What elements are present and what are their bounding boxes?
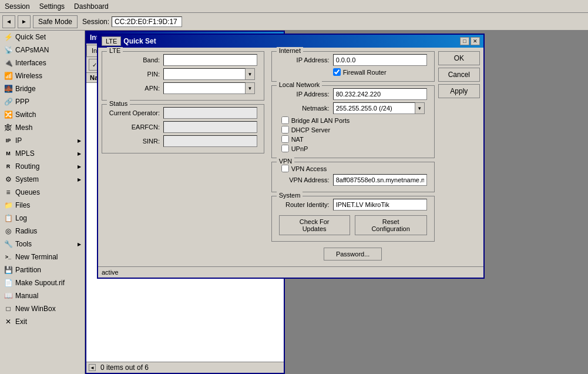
- log-icon: [4, 213, 13, 223]
- sidebar-item-label: Interfaces: [15, 59, 46, 67]
- band-label: Band:: [107, 56, 160, 64]
- menu-settings[interactable]: Settings: [35, 1, 69, 12]
- pin-row: PIN: ▼: [107, 68, 259, 80]
- dialog-resize-button[interactable]: □: [460, 37, 469, 45]
- scroll-left-button[interactable]: ◄: [89, 364, 96, 371]
- dhcp-server-label: DHCP Server: [291, 126, 330, 133]
- sidebar-item-label: Radius: [15, 227, 37, 235]
- sidebar-item-label: Mesh: [15, 123, 32, 132]
- menu-session[interactable]: Session: [0, 1, 35, 12]
- dhcp-server-checkbox[interactable]: [281, 126, 289, 133]
- sidebar-item-bridge[interactable]: Bridge: [0, 82, 85, 95]
- interfaces-icon: [4, 58, 13, 68]
- session-value: CC:2D:E0:F1:9D:17: [112, 16, 182, 27]
- new-terminal-icon: [4, 252, 13, 262]
- exit-icon: [4, 317, 13, 326]
- sidebar-item-capsman[interactable]: CAPsMAN: [0, 44, 85, 56]
- current-operator-input: [163, 107, 257, 119]
- sidebar-item-switch[interactable]: Switch: [0, 108, 85, 121]
- vpn-section-title: VPN: [277, 158, 295, 165]
- local-ip-input[interactable]: [333, 88, 427, 100]
- sidebar-item-mpls[interactable]: MPLS ▶: [0, 147, 85, 160]
- back-button[interactable]: ◄: [2, 15, 15, 28]
- sidebar-item-partition[interactable]: Partition: [0, 263, 85, 276]
- apn-label: APN:: [107, 85, 160, 92]
- current-operator-row: Current Operator:: [107, 107, 259, 119]
- local-network-section-title: Local Network: [277, 81, 322, 88]
- password-button[interactable]: Password...: [324, 248, 382, 261]
- sidebar-item-label: Switch: [15, 111, 36, 119]
- sidebar-item-queues[interactable]: Queues: [0, 186, 85, 199]
- cancel-button[interactable]: Cancel: [438, 68, 480, 82]
- vpn-access-checkbox[interactable]: [281, 165, 289, 172]
- sidebar-item-label: IP: [15, 136, 22, 145]
- sidebar-item-tools[interactable]: Tools ▶: [0, 238, 85, 251]
- arrow-icon: ▶: [78, 242, 81, 247]
- dialog-left-panel: LTE Band: PIN: ▼: [98, 48, 268, 266]
- arrow-icon: ▶: [78, 151, 81, 156]
- pin-dropdown-arrow[interactable]: ▼: [246, 68, 255, 80]
- nat-checkbox[interactable]: [281, 135, 289, 143]
- sidebar-item-exit[interactable]: Exit: [0, 315, 85, 328]
- band-input[interactable]: [163, 54, 257, 66]
- netmask-input[interactable]: [333, 102, 415, 114]
- apn-dropdown-arrow[interactable]: ▼: [246, 82, 255, 94]
- firewall-router-label: Firewall Router: [343, 69, 387, 76]
- quickset-title: Quick Set: [123, 37, 156, 45]
- safemode-button[interactable]: Safe Mode: [33, 15, 78, 28]
- internet-section-title: Internet: [277, 47, 303, 54]
- sidebar-item-quick-set[interactable]: Quick Set: [0, 31, 85, 44]
- netmask-dropdown-arrow[interactable]: ▼: [415, 102, 425, 114]
- netmask-row: Netmask: ▼: [277, 102, 429, 114]
- sidebar-item-files[interactable]: Files: [0, 199, 85, 212]
- dialog-close-button[interactable]: ✕: [471, 37, 480, 45]
- reset-configuration-button[interactable]: Reset Configuration: [355, 215, 427, 235]
- apply-button[interactable]: Apply: [438, 84, 480, 98]
- sidebar-item-new-winbox[interactable]: New WinBox: [0, 302, 85, 315]
- bridge-all-lan-checkbox[interactable]: [281, 116, 289, 124]
- nat-label: NAT: [291, 136, 304, 143]
- lte-section: LTE Band: PIN: ▼: [102, 51, 264, 101]
- pin-select-wrapper: ▼: [163, 68, 255, 80]
- arrow-icon: ▶: [78, 164, 81, 169]
- toolbar: ◄ ► Safe Mode Session: CC:2D:E0:F1:9D:17: [0, 13, 588, 31]
- status-section: Status Current Operator: EARFCN: SINR:: [102, 104, 264, 153]
- nat-row: NAT: [281, 135, 429, 143]
- menu-dashboard[interactable]: Dashboard: [69, 1, 113, 12]
- queues-icon: [4, 188, 13, 197]
- upnp-checkbox[interactable]: [281, 145, 289, 152]
- apn-input[interactable]: [163, 82, 246, 94]
- sidebar-item-system[interactable]: System ▶: [0, 173, 85, 186]
- current-operator-label: Current Operator:: [107, 109, 160, 116]
- internet-ip-input[interactable]: [333, 54, 427, 66]
- sidebar-item-make-supout[interactable]: Make Supout.rif: [0, 276, 85, 289]
- firewall-router-checkbox[interactable]: [333, 68, 341, 76]
- vpn-access-label: VPN Access: [291, 165, 327, 172]
- sidebar-item-radius[interactable]: Radius: [0, 225, 85, 238]
- radius-icon: [4, 226, 13, 236]
- lte-tab-button[interactable]: LTE: [102, 36, 121, 46]
- vpn-address-row: VPN Address:: [277, 174, 429, 186]
- sidebar-item-ppp[interactable]: PPP: [0, 95, 85, 108]
- active-status: active: [102, 269, 119, 276]
- session-label: Session:: [82, 18, 109, 26]
- sidebar-item-ip[interactable]: IP ▶: [0, 134, 85, 147]
- ok-button[interactable]: OK: [438, 51, 480, 65]
- sidebar-item-mesh[interactable]: Mesh: [0, 121, 85, 134]
- sidebar-item-new-terminal[interactable]: New Terminal: [0, 251, 85, 263]
- firewall-router-row: Firewall Router: [333, 68, 429, 76]
- status-bar: ◄ 0 items out of 6: [86, 362, 284, 373]
- vpn-address-input[interactable]: [333, 174, 427, 186]
- check-for-updates-button[interactable]: Check For Updates: [279, 215, 350, 235]
- sidebar-item-log[interactable]: Log: [0, 212, 85, 225]
- sidebar-item-label: MPLS: [15, 149, 35, 158]
- sidebar-item-manual[interactable]: Manual: [0, 289, 85, 302]
- forward-button[interactable]: ►: [18, 15, 31, 28]
- sidebar-item-interfaces[interactable]: Interfaces: [0, 56, 85, 69]
- arrow-icon: ▶: [78, 138, 81, 143]
- sidebar-item-wireless[interactable]: Wireless: [0, 69, 85, 82]
- pin-input[interactable]: [163, 68, 246, 80]
- sidebar-item-routing[interactable]: Routing ▶: [0, 160, 85, 173]
- netmask-select-wrapper: ▼: [333, 102, 425, 114]
- router-identity-input[interactable]: [333, 199, 427, 211]
